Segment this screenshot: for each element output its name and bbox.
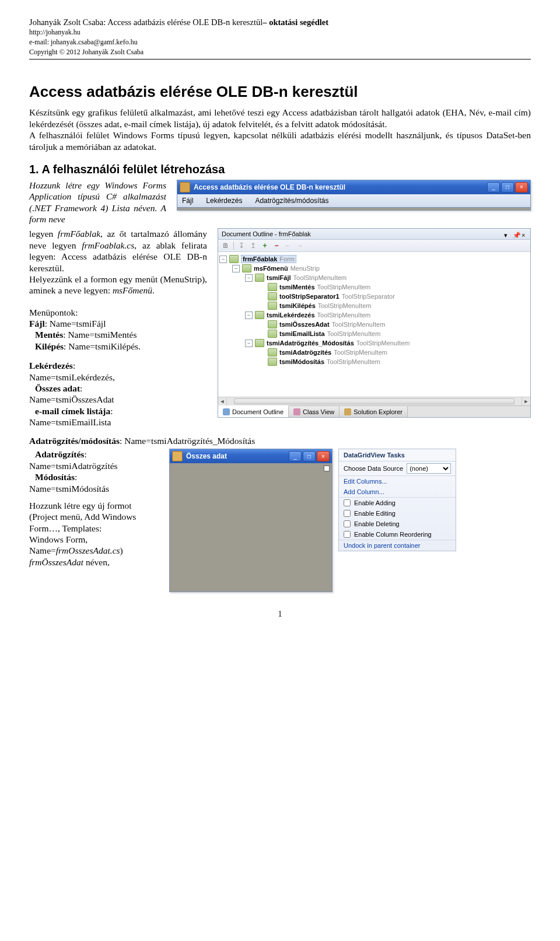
move-up-icon[interactable]: ↥ (249, 242, 257, 250)
oa-close-button[interactable]: × (317, 451, 330, 461)
header-url: http://johanyak.hu (29, 27, 531, 37)
app-menubar: Fájl Lekérdezés Adatrögzítés/módosítás (177, 194, 530, 207)
app-client-area (177, 207, 530, 210)
pin-icon[interactable]: 📌 (513, 232, 518, 237)
tree-node[interactable]: −msFőmenüMenuStrip (219, 264, 529, 273)
page-header: Johanyák Zsolt Csaba: Access adatbázis e… (29, 18, 531, 60)
tree-node[interactable]: tsmiAdatrögzítésToolStripMenuItem (219, 348, 529, 357)
header-title-bold: – oktatási segédlet (262, 18, 328, 27)
close-icon[interactable]: × (522, 232, 527, 237)
tree-node[interactable]: tsmiMentésToolStripMenuItem (219, 282, 529, 292)
component-icon (268, 302, 277, 310)
oa-title: Összes adat (186, 452, 285, 460)
menupontok-label: Menüpontok: (29, 307, 207, 318)
tree-node[interactable]: tsmiKilépésToolStripMenuItem (219, 301, 529, 310)
undock-link[interactable]: Undock in parent container (344, 542, 420, 549)
enable-editing-checkbox[interactable] (344, 510, 351, 517)
tree-node[interactable]: tsmiMódosításToolStripMenuItem (219, 357, 529, 366)
expander-icon[interactable]: − (245, 340, 253, 347)
choose-data-source-label: Choose Data Source (344, 465, 403, 472)
smarttag-glyph-icon[interactable] (324, 466, 330, 471)
expander-icon[interactable]: − (232, 265, 240, 272)
bottom-tabs: Document Outline Class View Solution Exp… (218, 405, 530, 417)
paragraph-2: legyen frmFőablak, az őt tartalmazó állo… (29, 228, 207, 428)
tab-document-outline[interactable]: Document Outline (218, 405, 289, 417)
minimize-button[interactable]: _ (487, 182, 500, 193)
expander-icon[interactable]: − (219, 256, 227, 263)
tree-node[interactable]: −tsmiAdatrögzítés_MódosításToolStripMenu… (219, 338, 529, 348)
paragraph-5-6: Adatrögzítés: Name=tsmiAdatrögzítés Módo… (29, 449, 163, 568)
component-icon (268, 330, 277, 338)
oa-titlebar: Összes adat _ □ × (170, 449, 332, 463)
enable-deleting-checkbox[interactable] (344, 520, 351, 527)
enable-adding-checkbox[interactable] (344, 499, 351, 506)
dropdown-icon[interactable]: ▾ (504, 232, 509, 237)
menu-adatrogzites[interactable]: Adatrögzítés/módosítás (255, 197, 328, 205)
expand-icon[interactable]: + (261, 242, 269, 250)
tree-node[interactable]: tsmiEmailListaToolStripMenuItem (219, 329, 529, 338)
tasks-title: DataGridView Tasks (339, 449, 456, 461)
intro-paragraph: Készítsünk egy grafikus felületű alkalma… (29, 107, 531, 152)
component-icon (255, 274, 264, 282)
component-icon (242, 264, 251, 272)
component-icon (268, 320, 277, 328)
tree-node[interactable]: toolStripSeparator1ToolStripSeparator (219, 292, 529, 301)
component-icon (255, 311, 264, 319)
tree-node[interactable]: −tsmiLekérdezésToolStripMenuItem (219, 310, 529, 320)
component-icon (229, 255, 239, 263)
doc-outline-title: Document Outline - frmFőablak (222, 230, 501, 237)
oa-client-area (170, 463, 332, 592)
tree-node[interactable]: −frmFőablakForm (219, 254, 529, 264)
component-icon (268, 292, 277, 300)
page-number: 1 (29, 610, 531, 619)
expander-icon[interactable]: − (245, 312, 253, 319)
app-titlebar: Access adatbázis elérése OLE DB-n keresz… (177, 180, 530, 194)
section-1-title: 1. A felhasználói felület létrehozása (29, 163, 531, 176)
component-icon (268, 358, 277, 366)
osszes-adat-window: Összes adat _ □ × (169, 449, 332, 592)
doc-outline-toolbar: 🗎 ↧ ↥ + − ← → (218, 240, 530, 252)
app-title: Access adatbázis elérése OLE DB-n keresz… (194, 183, 484, 191)
app-icon (180, 182, 190, 193)
edit-columns-link[interactable]: Edit Columns... (344, 478, 387, 485)
arrow-left-icon[interactable]: ← (284, 242, 292, 250)
tab-class-view[interactable]: Class View (289, 406, 340, 417)
tree-node[interactable]: tsmiÖsszesAdatToolStripMenuItem (219, 320, 529, 329)
doc-outline-titlebar: Document Outline - frmFőablak ▾ 📌 × (218, 229, 530, 240)
header-title-plain: Access adatbázis elérése OLE DB-n keresz… (107, 18, 262, 27)
collapse-icon[interactable]: − (272, 242, 281, 250)
header-email: e-mail: johanyak.csaba@gamf.kefo.hu (29, 37, 531, 47)
document-outline-window: Document Outline - frmFőablak ▾ 📌 × 🗎 ↧ … (218, 228, 531, 418)
app-window: Access adatbázis elérése OLE DB-n keresz… (177, 180, 531, 211)
tab-solution-explorer[interactable]: Solution Explorer (340, 406, 408, 417)
component-icon (255, 339, 264, 347)
tree-node[interactable]: −tsmiFájlToolStripMenuItem (219, 273, 529, 282)
oa-icon (172, 451, 183, 461)
menu-lekerdezes[interactable]: Lekérdezés (206, 197, 242, 205)
main-title: Access adatbázis elérése OLE DB-n keresz… (29, 83, 531, 101)
add-column-link[interactable]: Add Column... (344, 488, 384, 495)
paragraph-5-line: Adatrögzítés/módosítás: Name=tsmiAdatrög… (29, 436, 531, 446)
horizontal-scrollbar[interactable]: ◄ ► (218, 397, 530, 405)
data-source-select[interactable]: (none) (407, 463, 451, 474)
header-copyright: Copyright © 2012 Johanyák Zsolt Csaba (29, 47, 531, 57)
component-icon (268, 283, 277, 291)
datagridview-tasks-panel: DataGridView Tasks Choose Data Source (n… (338, 449, 456, 551)
close-button[interactable]: × (515, 182, 528, 193)
oa-minimize-button[interactable]: _ (289, 451, 302, 461)
paragraph-1: Hozzunk létre egy Windows Forms Applicat… (29, 180, 166, 225)
menu-fajl[interactable]: Fájl (182, 197, 193, 205)
maximize-button[interactable]: □ (501, 182, 514, 193)
move-down-icon[interactable]: ↧ (237, 242, 246, 250)
expander-icon[interactable]: − (245, 274, 253, 282)
header-author: Johanyák Zsolt Csaba: (29, 18, 107, 27)
name-toggle-icon[interactable]: 🗎 (222, 242, 230, 250)
component-icon (268, 348, 277, 356)
oa-maximize-button[interactable]: □ (303, 451, 316, 461)
doc-outline-tree[interactable]: −frmFőablakForm−msFőmenüMenuStrip−tsmiFá… (218, 252, 530, 397)
arrow-right-icon[interactable]: → (296, 242, 304, 250)
enable-reorder-checkbox[interactable] (344, 531, 351, 538)
